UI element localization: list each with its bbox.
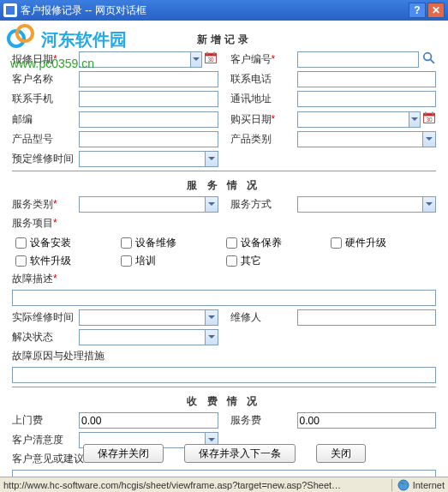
close-window-button[interactable]: ✕ <box>427 3 445 18</box>
repairer-input[interactable] <box>297 309 437 326</box>
section-fee-title: 收 费 情 况 <box>12 391 436 412</box>
save-close-button[interactable]: 保存并关闭 <box>83 444 164 463</box>
product-type-input[interactable] <box>297 131 424 147</box>
label-fault-reason: 故障原因与处理措施 <box>12 349 106 363</box>
chevron-down-icon[interactable] <box>206 329 218 345</box>
chevron-down-icon[interactable] <box>423 131 436 147</box>
svg-rect-12 <box>432 112 433 115</box>
check-repair[interactable]: 设备维修 <box>121 236 226 250</box>
status-bar: http://www.hc-software.com/hcgis/sheet/v… <box>0 477 448 492</box>
schedule-time-input[interactable] <box>79 151 206 167</box>
report-date-input[interactable] <box>79 51 191 68</box>
check-install[interactable]: 设备安装 <box>15 236 121 250</box>
close-button[interactable]: 关闭 <box>316 444 366 463</box>
check-sw-upgrade[interactable]: 软件升级 <box>15 254 121 268</box>
calendar-icon[interactable]: 30 <box>422 111 436 128</box>
label-address: 通讯地址 <box>230 92 297 106</box>
buy-date-input[interactable] <box>297 111 409 128</box>
label-schedule-time: 预定维修时间 <box>12 152 79 166</box>
customer-name-input[interactable] <box>79 71 218 87</box>
svg-rect-5 <box>214 52 216 55</box>
search-icon[interactable] <box>422 51 436 67</box>
svg-point-14 <box>398 480 409 490</box>
label-service-item: 服务项目* <box>12 216 79 231</box>
chevron-down-icon[interactable] <box>206 151 218 167</box>
label-actual-time: 实际维修时间 <box>12 310 79 325</box>
product-model-input[interactable] <box>79 131 218 147</box>
mobile-input[interactable] <box>79 91 218 107</box>
globe-icon <box>397 479 409 491</box>
svg-rect-1 <box>6 6 15 15</box>
chevron-down-icon[interactable] <box>409 111 421 128</box>
postcode-input[interactable] <box>79 111 218 128</box>
help-button[interactable]: ? <box>409 3 426 18</box>
label-product-type: 产品类别 <box>230 132 297 147</box>
calendar-icon[interactable]: 30 <box>204 51 218 68</box>
svg-rect-11 <box>425 112 427 115</box>
label-repairer: 维修人 <box>230 310 297 325</box>
status-url: http://www.hc-software.com/hcgis/sheet/v… <box>3 480 391 490</box>
svg-line-8 <box>431 60 434 63</box>
service-fee-input[interactable] <box>297 412 437 429</box>
label-service-type: 服务类别* <box>12 197 79 212</box>
phone-input[interactable] <box>297 71 437 87</box>
check-maintain[interactable]: 设备保养 <box>226 236 332 250</box>
label-buy-date: 购买日期* <box>230 112 297 127</box>
label-report-date: 报修日期* <box>12 52 79 67</box>
chevron-down-icon[interactable] <box>206 196 218 213</box>
fault-desc-input[interactable] <box>12 290 436 306</box>
service-mode-input[interactable] <box>297 196 424 213</box>
chevron-down-icon[interactable] <box>206 309 218 326</box>
label-mobile: 联系手机 <box>12 92 79 106</box>
solve-status-input[interactable] <box>79 329 206 345</box>
customer-id-input[interactable] <box>297 51 420 68</box>
check-other[interactable]: 其它 <box>226 254 332 268</box>
label-visit-fee: 上门费 <box>12 413 79 428</box>
check-training[interactable]: 培训 <box>121 254 226 268</box>
label-fault-desc: 故障描述* <box>12 272 106 286</box>
label-solve-status: 解决状态 <box>12 330 79 345</box>
service-type-input[interactable] <box>79 196 206 213</box>
fault-reason-input[interactable] <box>12 367 436 383</box>
svg-point-7 <box>424 53 432 61</box>
label-customer-name: 客户名称 <box>12 72 79 87</box>
save-next-button[interactable]: 保存并录入下一条 <box>184 444 296 463</box>
label-phone: 联系电话 <box>230 72 297 87</box>
security-zone: Internet <box>391 479 445 491</box>
check-hw-upgrade[interactable]: 硬件升级 <box>331 236 436 250</box>
section-service-title: 服 务 情 况 <box>12 175 436 196</box>
chevron-down-icon[interactable] <box>423 196 436 213</box>
chevron-down-icon[interactable] <box>191 51 202 68</box>
section-add-title: 新增记录 <box>12 29 436 51</box>
app-icon <box>3 3 17 17</box>
label-service-fee: 服务费 <box>230 413 297 428</box>
label-customer-id: 客户编号* <box>230 52 297 67</box>
label-postcode: 邮编 <box>12 112 79 127</box>
svg-text:30: 30 <box>208 57 215 63</box>
svg-text:30: 30 <box>426 117 433 123</box>
address-input[interactable] <box>297 91 437 107</box>
svg-rect-4 <box>207 52 209 55</box>
service-items-group: 设备安装 设备维修 设备保养 硬件升级 软件升级 培训 其它 <box>12 234 436 270</box>
label-service-mode: 服务方式 <box>230 197 297 212</box>
label-product-model: 产品型号 <box>12 132 79 147</box>
visit-fee-input[interactable] <box>79 412 218 429</box>
title-bar: 客户报修记录 -- 网页对话框 ? ✕ <box>0 0 448 21</box>
window-title: 客户报修记录 -- 网页对话框 <box>21 3 407 18</box>
actual-time-input[interactable] <box>79 309 206 326</box>
